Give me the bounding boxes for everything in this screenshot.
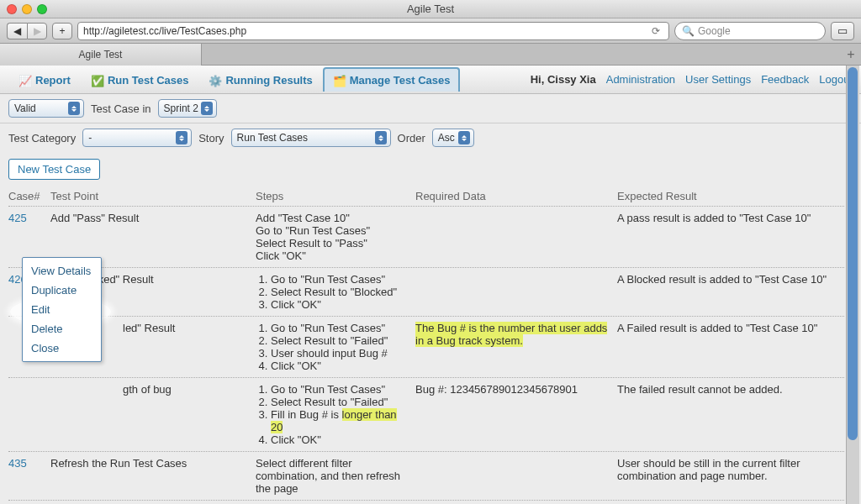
table-row: gth of bugGo to "Run Test Cases"Select R… [8,378,844,452]
steps-cell: Go to "Run Test Cases"Select Result to "… [256,322,415,372]
case-link[interactable]: 425 [8,212,27,224]
table-header: Case# Test Point Steps Required Data Exp… [8,186,844,207]
browser-search-input[interactable]: 🔍 Google [674,22,826,40]
required-data-cell [415,273,617,311]
nav-manage-test-cases[interactable]: 🗂️ Manage Test Cases [323,67,461,92]
nav-running-results[interactable]: ⚙️ Running Results [198,67,322,92]
test-point: Refresh the Run Test Cases [50,457,256,495]
ctx-edit[interactable]: Edit [23,300,101,319]
sprint-value: Sprint 2 [164,102,198,114]
col-point: Test Point [50,190,256,202]
table-row: 443The Sprint/Build filter of Run Test C… [8,501,844,504]
back-button[interactable]: ◀ [7,23,27,39]
table-row: 426Add "Blocked" ResultGo to "Run Test C… [8,268,844,317]
gear-icon: ⚙️ [209,75,222,87]
search-icon: 🔍 [682,25,695,37]
context-menu: View Details Duplicate Edit Delete Close [22,257,102,362]
test-point: gth of bug [50,383,256,446]
greeting: Hi, Cissy Xia [531,73,596,86]
window-minimize-button[interactable] [22,4,32,14]
reload-icon[interactable]: ⟳ [648,24,663,39]
test-case-table: Case# Test Point Steps Required Data Exp… [8,186,844,504]
required-data-cell [415,457,617,495]
nav-run-test-cases[interactable]: ✅ Run Test Cases [81,67,199,92]
window-titlebar: Agile Test [0,0,861,18]
status-value: Valid [14,102,36,114]
steps-cell: Go to "Run Test Cases"Select Result to "… [256,383,415,446]
nav-label: Running Results [225,74,312,87]
story-label: Story [198,132,224,144]
steps-cell: Add "Test Case 10"Go to "Run Test Cases"… [256,212,415,262]
required-data-cell [415,212,617,262]
category-value: - [88,132,92,144]
toolbar-right-button[interactable]: ▭ [831,22,854,40]
window-close-button[interactable] [7,4,17,14]
col-expect: Expected Result [617,190,844,202]
nav-label: Manage Test Cases [350,74,451,87]
table-row: led" ResultGo to "Run Test Cases"Select … [8,317,844,378]
col-case: Case# [8,190,50,202]
scrollbar-thumb[interactable] [848,67,858,440]
category-label: Test Category [8,132,76,144]
expected-result-cell: A pass result is added to "Test Case 10" [617,212,844,262]
link-user-settings[interactable]: User Settings [685,73,751,86]
nav-label: Report [35,74,71,87]
expected-result-cell: A Failed result is added to "Test Case 1… [617,322,844,372]
order-select[interactable]: Asc [432,129,474,147]
steps-cell: Go to "Run Test Cases"Select Result to "… [256,273,415,311]
expected-result-cell: A Blocked result is added to "Test Case … [617,273,844,311]
new-test-case-button[interactable]: New Test Case [8,159,100,180]
filter-row-1: Valid Test Case in Sprint 2 [0,94,861,123]
expected-result-cell: User should be still in the current filt… [617,457,844,495]
add-bookmark-button[interactable]: + [52,23,72,39]
ctx-duplicate[interactable]: Duplicate [23,281,101,300]
filter-row-2: Test Category - Story Run Test Cases Ord… [0,123,861,152]
category-select[interactable]: - [82,129,192,147]
required-data-cell: Bug #: 123456789012345678901 [415,383,617,446]
browser-tabstrip: Agile Test + [0,44,861,66]
window-title: Agile Test [407,3,454,15]
test-point: Add "Pass" Result [50,212,256,262]
case-link[interactable]: 435 [8,457,27,470]
story-select[interactable]: Run Test Cases [231,129,391,147]
table-row: 435Refresh the Run Test CasesSelect diff… [8,452,844,501]
browser-tab[interactable]: Agile Test [0,44,202,66]
app-topnav: 📈 Report ✅ Run Test Cases ⚙️ Running Res… [0,66,861,94]
table-icon: 🗂️ [333,75,346,87]
steps-cell: Select different filter combination, and… [256,457,415,495]
story-value: Run Test Cases [237,132,309,144]
ctx-close[interactable]: Close [23,339,101,358]
checklist-icon: ✅ [91,75,104,87]
chart-icon: 📈 [18,75,32,87]
search-placeholder: Google [698,25,731,37]
status-select[interactable]: Valid [8,99,84,118]
order-value: Asc [438,132,455,144]
nav-report[interactable]: 📈 Report [8,67,81,92]
browser-toolbar: ◀ ▶ + http://agiletest.cc/live/TestCases… [0,18,861,44]
table-row: 425Add "Pass" ResultAdd "Test Case 10"Go… [8,207,844,268]
window-zoom-button[interactable] [37,4,47,14]
link-administration[interactable]: Administration [606,73,675,86]
browser-tab-label: Agile Test [79,49,123,60]
app-content: 📈 Report ✅ Run Test Cases ⚙️ Running Res… [0,66,861,504]
forward-button[interactable]: ▶ [27,23,47,39]
url-text: http://agiletest.cc/live/TestCases.php [83,25,246,37]
url-bar[interactable]: http://agiletest.cc/live/TestCases.php ⟳ [77,22,669,40]
filter-mid-label: Test Case in [91,102,151,115]
order-label: Order [398,132,425,144]
ctx-view-details[interactable]: View Details [23,261,101,281]
new-tab-button[interactable]: + [841,44,861,65]
col-steps: Steps [256,190,415,202]
vertical-scrollbar[interactable] [846,66,859,504]
link-feedback[interactable]: Feedback [761,73,809,86]
nav-label: Run Test Cases [108,74,189,87]
expected-result-cell: The failed result cannot be added. [617,383,844,446]
required-data-cell: The Bug # is the number that user adds i… [415,322,617,372]
ctx-delete[interactable]: Delete [23,319,101,339]
sprint-select[interactable]: Sprint 2 [158,99,217,118]
col-data: Required Data [415,190,617,202]
